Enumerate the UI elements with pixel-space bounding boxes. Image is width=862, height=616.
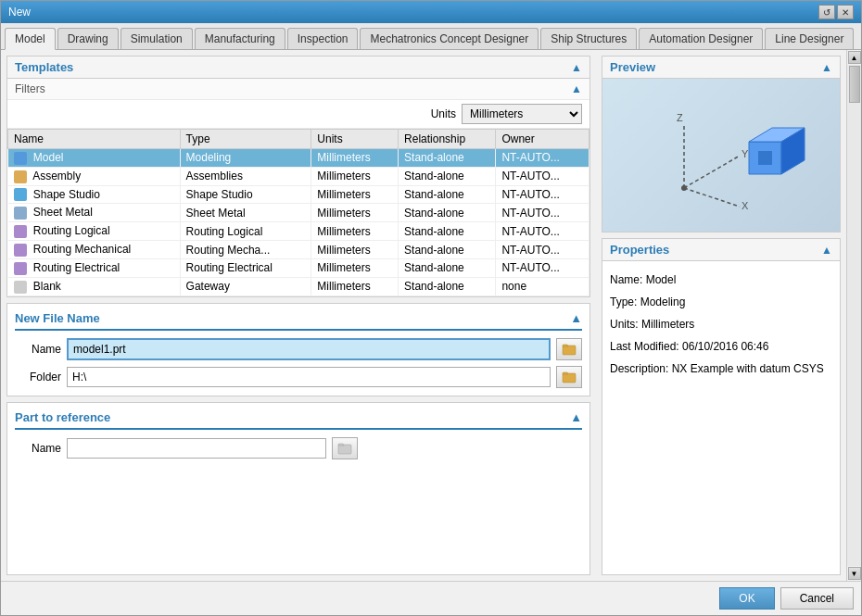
ok-button[interactable]: OK bbox=[719, 587, 774, 610]
tabs-container: Model Drawing Simulation Manufacturing I… bbox=[1, 23, 861, 50]
prop-type-value: Modeling bbox=[640, 295, 686, 308]
svg-point-9 bbox=[681, 185, 687, 191]
row-relationship: Stand-alone bbox=[399, 204, 496, 222]
routing-icon bbox=[14, 244, 27, 257]
tab-simulation[interactable]: Simulation bbox=[120, 28, 193, 49]
table-row[interactable]: Shape Studio Shape Studio Millimeters St… bbox=[8, 185, 589, 204]
tab-manufacturing[interactable]: Manufacturing bbox=[195, 28, 285, 49]
table-row[interactable]: Sheet Metal Sheet Metal Millimeters Stan… bbox=[8, 204, 589, 222]
prop-units-label: Units: bbox=[610, 318, 641, 331]
tab-model[interactable]: Model bbox=[5, 28, 56, 50]
part-ref-title: Part to reference bbox=[15, 410, 110, 424]
title-bar-buttons: ↺ ✕ bbox=[818, 5, 854, 19]
row-owner: NT-AUTO... bbox=[496, 149, 589, 168]
row-type: Sheet Metal bbox=[180, 204, 311, 222]
part-ref-browse-btn[interactable] bbox=[332, 437, 358, 459]
prop-name-value: Model bbox=[646, 273, 677, 286]
row-relationship: Stand-alone bbox=[399, 185, 496, 204]
table-row[interactable]: Routing Electrical Routing Electrical Mi… bbox=[8, 258, 589, 277]
row-units: Millimeters bbox=[311, 149, 399, 168]
row-owner: NT-AUTO... bbox=[496, 222, 589, 241]
name-row: Name bbox=[15, 338, 582, 360]
prop-units-row: Units: Millimeters bbox=[610, 313, 832, 335]
row-name: Shape Studio bbox=[33, 188, 100, 201]
row-type: Routing Logical bbox=[180, 222, 311, 241]
properties-collapse-btn[interactable]: ▲ bbox=[821, 244, 832, 257]
scroll-down-btn[interactable]: ▼ bbox=[848, 567, 861, 580]
file-name-title: New File Name bbox=[15, 311, 100, 325]
table-row[interactable]: Assembly Assemblies Millimeters Stand-al… bbox=[8, 167, 589, 185]
row-units: Millimeters bbox=[311, 167, 399, 185]
templates-header: Templates ▲ bbox=[7, 57, 589, 79]
preview-section: Preview ▲ Z Y bbox=[602, 56, 841, 233]
row-relationship: Stand-alone bbox=[399, 277, 496, 295]
scrollbar: ▲ ▼ bbox=[846, 50, 861, 581]
filters-collapse-btn[interactable]: ▲ bbox=[571, 82, 582, 95]
prop-type-row: Type: Modeling bbox=[610, 291, 832, 313]
units-row: Units Millimeters Inches bbox=[7, 100, 589, 129]
folder-input[interactable] bbox=[67, 367, 551, 387]
row-relationship: Stand-alone bbox=[399, 258, 496, 277]
table-row[interactable]: Model Modeling Millimeters Stand-alone N… bbox=[8, 149, 589, 168]
name-field-label: Name bbox=[15, 343, 61, 356]
col-owner: Owner bbox=[496, 130, 589, 149]
shape-icon bbox=[14, 188, 27, 201]
row-units: Millimeters bbox=[311, 204, 399, 222]
folder-row: Folder bbox=[15, 366, 582, 388]
col-units: Units bbox=[311, 130, 399, 149]
name-input[interactable] bbox=[67, 338, 551, 360]
part-to-reference-section: Part to reference ▲ Name bbox=[6, 402, 590, 575]
part-ref-folder-icon bbox=[337, 441, 352, 456]
close-button[interactable]: ✕ bbox=[837, 5, 854, 19]
row-units: Millimeters bbox=[311, 241, 399, 259]
name-browse-btn[interactable] bbox=[556, 338, 582, 360]
templates-table: Name Type Units Relationship Owner Model… bbox=[7, 129, 589, 296]
scroll-up-btn[interactable]: ▲ bbox=[848, 51, 861, 64]
part-ref-name-input[interactable] bbox=[67, 438, 326, 459]
table-row[interactable]: Blank Gateway Millimeters Stand-alone no… bbox=[8, 277, 589, 295]
preview-collapse-btn[interactable]: ▲ bbox=[821, 61, 832, 74]
new-file-name-section: New File Name ▲ Name Folder bbox=[6, 303, 590, 396]
left-panel: Templates ▲ Filters ▲ Units Millimeters … bbox=[1, 50, 596, 581]
cancel-button[interactable]: Cancel bbox=[780, 587, 854, 610]
row-owner: NT-AUTO... bbox=[496, 167, 589, 185]
table-row[interactable]: Routing Mechanical Routing Mecha... Mill… bbox=[8, 241, 589, 259]
row-type: Routing Electrical bbox=[180, 258, 311, 277]
scroll-track bbox=[847, 65, 861, 566]
row-name: Routing Logical bbox=[33, 224, 110, 237]
scroll-thumb[interactable] bbox=[849, 66, 860, 103]
tab-mechatronics[interactable]: Mechatronics Concept Designer bbox=[360, 28, 539, 49]
routing-icon bbox=[14, 262, 27, 275]
row-units: Millimeters bbox=[311, 222, 399, 241]
row-owner: none bbox=[496, 277, 589, 295]
row-owner: NT-AUTO... bbox=[496, 185, 589, 204]
tab-ship-structures[interactable]: Ship Structures bbox=[540, 28, 637, 49]
row-relationship: Stand-alone bbox=[399, 167, 496, 185]
part-ref-collapse-btn[interactable]: ▲ bbox=[570, 410, 582, 424]
part-ref-name-row: Name bbox=[15, 437, 582, 459]
restore-button[interactable]: ↺ bbox=[818, 5, 835, 19]
svg-rect-2 bbox=[338, 445, 351, 454]
prop-description-value: NX Example with datum CSYS bbox=[672, 362, 824, 375]
sheet-icon bbox=[14, 207, 27, 220]
file-name-collapse-btn[interactable]: ▲ bbox=[570, 311, 582, 325]
units-select[interactable]: Millimeters Inches bbox=[462, 104, 582, 124]
folder-browse-btn[interactable] bbox=[556, 366, 582, 388]
table-row[interactable]: Routing Logical Routing Logical Millimet… bbox=[8, 222, 589, 241]
folder-field-label: Folder bbox=[15, 371, 61, 383]
window-title: New bbox=[8, 6, 31, 19]
tab-inspection[interactable]: Inspection bbox=[287, 28, 359, 49]
row-relationship: Stand-alone bbox=[399, 149, 496, 168]
properties-section: Properties ▲ Name: Model Type: Modeling … bbox=[602, 238, 841, 575]
tab-line-designer[interactable]: Line Designer bbox=[765, 28, 854, 49]
right-panel: Preview ▲ Z Y bbox=[596, 50, 846, 581]
tab-automation-designer[interactable]: Automation Designer bbox=[639, 28, 763, 49]
col-relationship: Relationship bbox=[399, 130, 496, 149]
routing-icon bbox=[14, 225, 27, 238]
row-name: Model bbox=[33, 151, 64, 164]
tab-drawing[interactable]: Drawing bbox=[57, 28, 119, 49]
properties-header: Properties ▲ bbox=[602, 239, 840, 261]
templates-collapse-btn[interactable]: ▲ bbox=[571, 61, 582, 74]
row-type: Shape Studio bbox=[180, 185, 311, 204]
svg-line-5 bbox=[684, 156, 740, 188]
